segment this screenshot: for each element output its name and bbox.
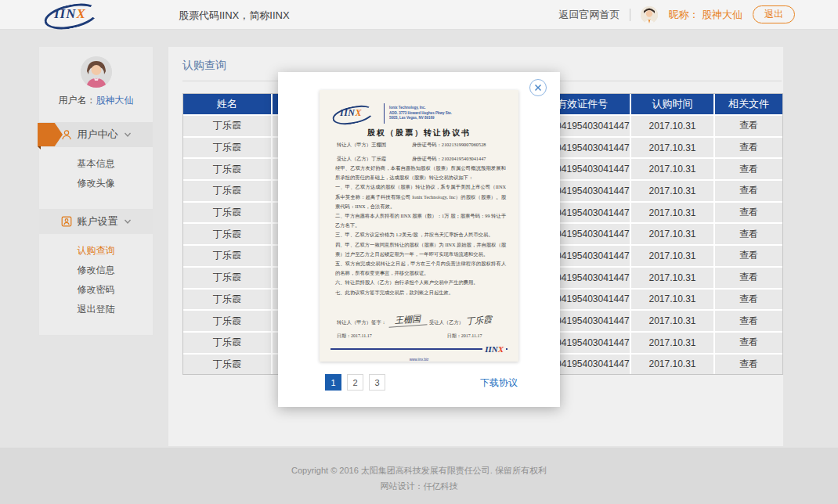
date-b: 日期：2017.11.17 <box>447 333 482 340</box>
cell-subscribe-date: 2017.10.31 <box>630 311 713 331</box>
cell-subscribe-date: 2017.10.31 <box>630 116 713 136</box>
document-paragraph: 六、转让后持股人（乙方）自行承担个人账户交易中产生的费用。 <box>335 278 506 287</box>
view-file-link[interactable]: 查看 <box>713 224 782 244</box>
page-button[interactable]: 2 <box>347 374 363 391</box>
sidebar-submenu-item[interactable]: 修改信息 <box>39 261 153 280</box>
party-b: 受让人（乙方）丁乐霞 <box>337 156 412 163</box>
view-file-link[interactable]: 查看 <box>713 181 782 201</box>
document-title: 股权（股票）转让协议书 <box>320 128 518 139</box>
view-file-link[interactable]: 查看 <box>713 138 782 158</box>
sign-a-label: 转让人（甲方）签字： <box>337 319 386 326</box>
document-dates: 日期：2017.11.17 日期：2017.11.17 <box>337 333 507 340</box>
back-to-home-link[interactable]: 返回官网首页 <box>558 8 619 22</box>
view-file-link[interactable]: 查看 <box>713 116 782 136</box>
document-body: 经甲、乙双方友好协商，本着自愿熟知股权（股票）所属公司概况预期发展和所承担的责任… <box>335 164 506 297</box>
account-settings-submenu: 认购查询修改信息修改密码退出登陆 <box>39 234 153 324</box>
username-label: 用户名：股神大仙 <box>39 94 153 107</box>
agreement-modal: IINX Ionix Technology, Inc. ADD. 3773 Ho… <box>278 72 560 407</box>
id-card-icon <box>61 216 72 227</box>
letterhead-divider <box>384 103 385 124</box>
download-agreement-link[interactable]: 下载协议 <box>480 376 518 390</box>
cell-subscribe-date: 2017.10.31 <box>630 355 713 375</box>
company-address: Ionix Technology, Inc. ADD. 3773 Howard … <box>389 106 452 121</box>
cell-subscribe-date: 2017.10.31 <box>630 268 713 288</box>
modal-pagination: 123 <box>325 374 385 391</box>
user-avatar-small <box>641 6 658 23</box>
view-file-link[interactable]: 查看 <box>713 203 782 223</box>
cell-subscribe-date: 2017.10.31 <box>630 246 713 266</box>
table-header-cell: 姓名 <box>183 94 271 114</box>
cell-subscribe-date: 2017.10.31 <box>630 290 713 310</box>
party-b-id: 身份证号码：210204195403041447 <box>412 156 486 163</box>
copyright-text: Copyright © 2016 太阳集团高科技发展有限责任公司. 保留所有权利 <box>0 448 838 477</box>
site-logo: IINX <box>44 2 103 26</box>
sidebar: 用户名：股神大仙 用户中心 基本信息修改头像 账户设置 认购查询修改信息修改密码… <box>39 47 153 335</box>
sidebar-submenu-item[interactable]: 修改头像 <box>39 174 153 193</box>
cell-subscribe-date: 2017.10.31 <box>630 333 713 353</box>
page-button[interactable]: 3 <box>369 374 385 391</box>
cell-name: 丁乐霞 <box>183 224 271 244</box>
cell-name: 丁乐霞 <box>183 246 271 266</box>
avatar-icon <box>641 6 658 23</box>
table-header-cell: 相关文件 <box>713 94 782 114</box>
document-paragraph: 一、甲、乙双方达成的股权（股票）转让协议，系专属于美国上市公司（IINX 系中英… <box>335 182 506 211</box>
topbar-right: 返回官网首页 昵称： 股神大仙 退出 <box>558 0 795 29</box>
cell-name: 丁乐霞 <box>183 159 271 179</box>
document-paragraph: 五、双方自完成交易转让之日起，甲方在三个月内负责法律程序的股权持有人的名称，所有… <box>335 259 506 278</box>
stock-code-label: 股票代码IINX，简称IINX <box>179 9 290 23</box>
document-website: www.iinx.biz <box>410 358 429 362</box>
party-a: 转让人（甲方）王棚国 <box>337 142 412 149</box>
female-avatar-icon <box>81 56 112 88</box>
chevron-down-icon <box>124 131 132 139</box>
document-paragraph: 七、此协议双方签字完成交易后，款到账之日起生效。 <box>335 288 506 297</box>
user-center-submenu: 基本信息修改头像 <box>39 147 153 198</box>
date-a: 日期：2017.11.17 <box>337 333 372 340</box>
document-paragraph: 经甲、乙双方友好协商，本着自愿熟知股权（股票）所属公司概况预期发展和所承担的责任… <box>335 164 506 182</box>
page-button[interactable]: 1 <box>325 374 341 391</box>
document-footer-logo: IINX <box>482 344 506 354</box>
sign-a-signature: 王棚国 <box>388 312 427 327</box>
view-file-link[interactable]: 查看 <box>713 290 782 310</box>
cell-name: 丁乐霞 <box>183 311 271 331</box>
sign-b-signature: 丁乐霞 <box>466 314 493 327</box>
divider <box>630 9 630 21</box>
menu-label: 用户中心 <box>78 128 118 142</box>
cell-name: 丁乐霞 <box>183 268 271 288</box>
page-title: 认购查询 <box>182 59 226 73</box>
cell-name: 丁乐霞 <box>183 116 271 136</box>
cell-name: 丁乐霞 <box>183 333 271 353</box>
cell-name: 丁乐霞 <box>183 181 271 201</box>
logo-text: IINX <box>54 6 86 22</box>
cell-subscribe-date: 2017.10.31 <box>630 181 713 201</box>
close-icon[interactable] <box>529 79 547 96</box>
cell-name: 丁乐霞 <box>183 203 271 223</box>
agreement-document-image: IINX Ionix Technology, Inc. ADD. 3773 Ho… <box>320 90 518 362</box>
sidebar-submenu-item[interactable]: 退出登陆 <box>39 300 153 319</box>
cell-name: 丁乐霞 <box>183 138 271 158</box>
document-paragraph: 三、甲、乙双方议定价格为 1.2美元/股 ，并按当天汇率折合人民币交易。 <box>335 230 506 239</box>
view-file-link[interactable]: 查看 <box>713 159 782 179</box>
cell-name: 丁乐霞 <box>183 290 271 310</box>
chevron-down-icon <box>124 218 132 225</box>
sidebar-submenu-item[interactable]: 修改密码 <box>39 280 153 300</box>
view-file-link[interactable]: 查看 <box>713 246 782 266</box>
view-file-link[interactable]: 查看 <box>713 355 782 375</box>
document-paragraph: 二、甲方自愿将本人所持有的 IINX 股票（数）：1万 股；股票号码：99 转让… <box>335 211 506 230</box>
cell-subscribe-date: 2017.10.31 <box>630 138 713 158</box>
view-file-link[interactable]: 查看 <box>713 268 782 288</box>
sidebar-menu-account-settings[interactable]: 账户设置 <box>39 209 153 234</box>
document-letterhead: IINX Ionix Technology, Inc. ADD. 3773 Ho… <box>332 101 507 126</box>
sidebar-submenu-item[interactable]: 基本信息 <box>39 154 153 174</box>
cell-name: 丁乐霞 <box>183 355 271 375</box>
sign-b-label: 受让人（乙方） <box>429 319 464 326</box>
cell-subscribe-date: 2017.10.31 <box>630 159 713 179</box>
table-header-cell: 认购时间 <box>630 94 713 114</box>
sidebar-submenu-item[interactable]: 认购查询 <box>39 241 153 261</box>
view-file-link[interactable]: 查看 <box>713 311 782 331</box>
logout-button[interactable]: 退出 <box>753 5 795 23</box>
document-signatures: 转让人（甲方）签字： 王棚国 受让人（乙方） 丁乐霞 <box>337 314 507 326</box>
sidebar-menu-user-center[interactable]: 用户中心 <box>39 122 153 147</box>
cell-subscribe-date: 2017.10.31 <box>630 203 713 223</box>
view-file-link[interactable]: 查看 <box>713 333 782 353</box>
page-footer: Copyright © 2016 太阳集团高科技发展有限责任公司. 保留所有权利… <box>0 448 838 504</box>
